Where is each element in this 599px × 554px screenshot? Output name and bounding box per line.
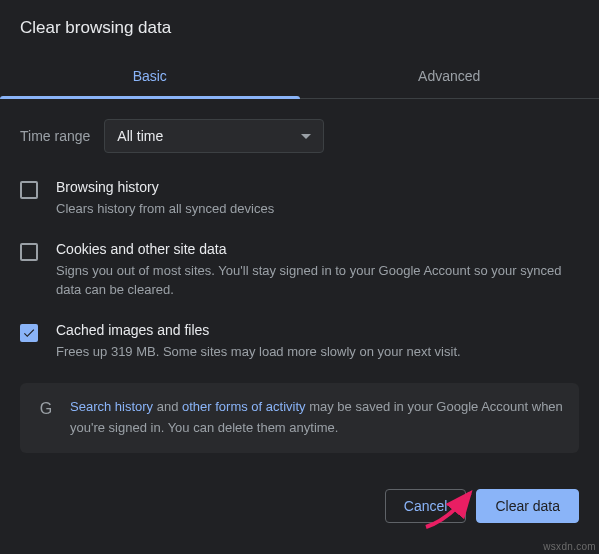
option-title: Cached images and files (56, 322, 573, 338)
time-range-row: Time range All time (20, 119, 579, 153)
link-other-activity[interactable]: other forms of activity (182, 399, 306, 414)
option-desc: Clears history from all synced devices (56, 199, 573, 219)
info-box: G Search history and other forms of acti… (20, 383, 579, 453)
option-text: Cached images and files Frees up 319 MB.… (56, 322, 573, 362)
tabs: Basic Advanced (0, 56, 599, 99)
google-icon: G (36, 399, 56, 419)
option-text: Browsing history Clears history from all… (56, 179, 573, 219)
cancel-button[interactable]: Cancel (385, 489, 467, 523)
option-title: Cookies and other site data (56, 241, 573, 257)
dialog-title: Clear browsing data (20, 18, 579, 38)
time-range-label: Time range (20, 128, 90, 144)
checkbox-cookies[interactable] (20, 243, 38, 261)
clear-data-button[interactable]: Clear data (476, 489, 579, 523)
option-browsing-history: Browsing history Clears history from all… (20, 179, 579, 219)
checkbox-browsing-history[interactable] (20, 181, 38, 199)
info-text: Search history and other forms of activi… (70, 397, 563, 439)
link-search-history[interactable]: Search history (70, 399, 153, 414)
time-range-dropdown[interactable]: All time (104, 119, 324, 153)
option-desc: Frees up 319 MB. Some sites may load mor… (56, 342, 573, 362)
clear-browsing-data-dialog: Clear browsing data Basic Advanced Time … (0, 0, 599, 453)
tab-basic[interactable]: Basic (0, 56, 300, 98)
watermark: wsxdn.com (543, 541, 596, 552)
caret-down-icon (301, 134, 311, 139)
checkbox-cache[interactable] (20, 324, 38, 342)
option-title: Browsing history (56, 179, 573, 195)
option-desc: Signs you out of most sites. You'll stay… (56, 261, 573, 300)
dialog-footer: Cancel Clear data (0, 471, 599, 543)
time-range-value: All time (117, 128, 163, 144)
option-cache: Cached images and files Frees up 319 MB.… (20, 322, 579, 362)
check-icon (22, 326, 36, 340)
option-text: Cookies and other site data Signs you ou… (56, 241, 573, 300)
tab-advanced[interactable]: Advanced (300, 56, 600, 98)
option-cookies: Cookies and other site data Signs you ou… (20, 241, 579, 300)
